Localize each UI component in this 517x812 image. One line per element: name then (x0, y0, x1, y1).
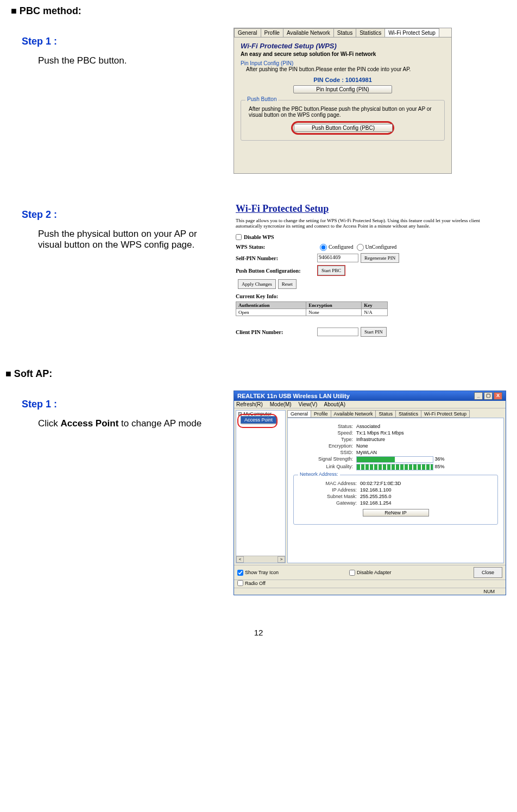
key-header-enc: Encryption (306, 302, 362, 309)
step2-body: Push the physical button on your AP or v… (38, 229, 212, 250)
key-header-auth: Authentication (236, 302, 306, 309)
util-footer: Show Tray Icon Disable Adapter Close (234, 565, 506, 580)
wps-status-unconfigured-radio[interactable] (357, 244, 364, 251)
gw-value: 192.168.1.254 (360, 500, 392, 506)
pin-input-config-button[interactable]: Pin Input Config (PIN) (293, 85, 392, 93)
tab-available-network[interactable]: Available Network (283, 28, 334, 37)
tab-wifi-protect[interactable]: Wi-Fi Protect Setup (384, 28, 439, 37)
push-button-legend: Push Button (245, 96, 278, 102)
apply-changes-button[interactable]: Apply Changes (238, 279, 276, 289)
dtab-general[interactable]: General (287, 410, 311, 418)
detail-body: Status:Associated Speed:Tx:1 Mbps Rx:1 M… (287, 418, 504, 563)
key-info-table: Authentication Encryption Key Open None … (236, 301, 388, 316)
wps-heading: Wi-Fi Protected Setup (WPS) (241, 42, 445, 50)
key-header-key: Key (362, 302, 388, 309)
close-button[interactable]: Close (474, 567, 502, 578)
start-pbc-highlight: Start PBC (317, 265, 345, 276)
step1-body: Push the PBC button. (38, 55, 212, 66)
dtab-statistics[interactable]: Statistics (395, 410, 421, 418)
wps-status-configured-radio[interactable] (320, 244, 327, 251)
util-menubar: Refresh(R) Mode(M) View(V) About(A) (234, 401, 506, 408)
ap-page-desc: This page allows you to change the setti… (236, 218, 496, 229)
detail-tabs: General Profile Available Network Status… (287, 410, 504, 418)
tree-scrollbar[interactable]: <> (236, 556, 285, 563)
access-point-menu-item[interactable]: Access Point (241, 417, 276, 423)
link-bar (356, 464, 433, 470)
type-value: Infrastructure (356, 437, 385, 442)
wps-status-unconfigured: UnConfigured (365, 244, 397, 250)
self-pin-label: Self-PIN Number: (236, 255, 317, 261)
network-address-legend: Network Address: (298, 471, 340, 477)
ssid-label: SSID: (293, 450, 356, 455)
pbc-highlight: Push Button Config (PBC) (291, 121, 394, 135)
access-point-menu: Access Point (241, 416, 276, 424)
enc-label: Encryption: (293, 443, 356, 449)
tab-statistics[interactable]: Statistics (356, 28, 385, 37)
util-title: REALTEK 11n USB Wireless LAN Utility (237, 393, 350, 399)
link-pct: 85% (435, 464, 445, 469)
menu-refresh[interactable]: Refresh(R) (236, 401, 263, 407)
wps-status-label: WPS Status: (236, 244, 317, 250)
network-address-group: Network Address: MAC Address:00:02:72:F1… (293, 475, 498, 525)
disable-wps-checkbox[interactable] (236, 234, 242, 240)
util-window: REALTEK 11n USB Wireless LAN Utility _ ▢… (234, 391, 506, 595)
push-button-config-button[interactable]: Push Button Config (PBC) (294, 124, 393, 132)
status-label: Status: (293, 424, 356, 429)
start-pin-button[interactable]: Start PIN (361, 327, 387, 337)
renew-ip-button[interactable]: ReNew IP (363, 509, 429, 517)
ap-wps-page: Wi-Fi Protected Setup This page allows y… (234, 201, 499, 341)
util-footer2: Radio Off (234, 580, 506, 588)
tree-pane[interactable]: ⊟ MyComputer Access Point <> (236, 410, 286, 563)
current-key-info-label: Current Key Info: (236, 293, 317, 299)
ip-value: 192.168.1.100 (360, 487, 392, 493)
status-value: Associated (356, 424, 380, 429)
key-enc-value: None (306, 309, 362, 316)
ip-label: IP Address: (297, 487, 360, 493)
pin-group-label: Pin Input Config (PIN) (241, 60, 445, 66)
dtab-wifi-protect[interactable]: Wi-Fi Protect Setup (421, 410, 470, 418)
step2-title: Step 2 : (22, 209, 234, 221)
tab-status[interactable]: Status (333, 28, 356, 37)
show-tray-option[interactable]: Show Tray Icon (237, 570, 279, 576)
softap-step1-title: Step 1 : (22, 399, 234, 410)
mask-label: Subnet Mask: (297, 494, 360, 499)
menu-about[interactable]: About(A) (324, 401, 345, 407)
minimize-button[interactable]: _ (474, 392, 483, 400)
step1-title: Step 1 : (22, 36, 234, 47)
radio-off-checkbox[interactable] (237, 580, 243, 586)
tab-general[interactable]: General (234, 28, 261, 37)
self-pin-value[interactable]: 94661469 (317, 254, 358, 262)
close-window-button[interactable]: X (494, 392, 502, 400)
section-softap-title: ■ Soft AP: (5, 368, 512, 380)
disable-adapter-option[interactable]: Disable Adapter (349, 570, 392, 576)
util-titlebar: REALTEK 11n USB Wireless LAN Utility _ ▢… (234, 391, 506, 401)
client-pin-input[interactable] (317, 328, 358, 336)
dtab-profile[interactable]: Profile (311, 410, 331, 418)
section-pbc-title: ■ PBC method: (11, 5, 512, 17)
start-pbc-button[interactable]: Start PBC (318, 266, 345, 275)
client-pin-label: Client PIN Number: (236, 329, 317, 335)
menu-view[interactable]: View(V) (298, 401, 317, 407)
dtab-status[interactable]: Status (375, 410, 396, 418)
key-auth-value: Open (236, 309, 306, 316)
wps-dialog: General Profile Available Network Status… (234, 28, 452, 174)
reset-button[interactable]: Reset (278, 279, 297, 289)
signal-label: Signal Strength: (293, 456, 356, 463)
tab-profile[interactable]: Profile (261, 28, 283, 37)
dtab-available-network[interactable]: Available Network (331, 410, 376, 418)
pbc-instruction: After pushing the PBC button.Please push… (249, 106, 437, 118)
wps-tabs: General Profile Available Network Status… (234, 28, 451, 37)
maximize-button[interactable]: ▢ (484, 392, 493, 400)
type-label: Type: (293, 437, 356, 442)
ssid-value: MyWLAN (356, 450, 377, 455)
radio-off-option[interactable]: Radio Off (237, 580, 266, 586)
signal-pct: 36% (435, 456, 445, 462)
disable-wps-label: Disable WPS (244, 234, 274, 240)
regenerate-pin-button[interactable]: Regenerate PIN (361, 253, 399, 263)
speed-value: Tx:1 Mbps Rx:1 Mbps (356, 430, 404, 436)
mac-value: 00:02:72:F1:0E:3D (360, 481, 401, 486)
menu-mode[interactable]: Mode(M) (270, 401, 292, 407)
wps-subheading: An easy and secure setup solution for Wi… (241, 51, 445, 57)
show-tray-checkbox[interactable] (237, 570, 243, 576)
disable-adapter-checkbox[interactable] (349, 570, 355, 576)
